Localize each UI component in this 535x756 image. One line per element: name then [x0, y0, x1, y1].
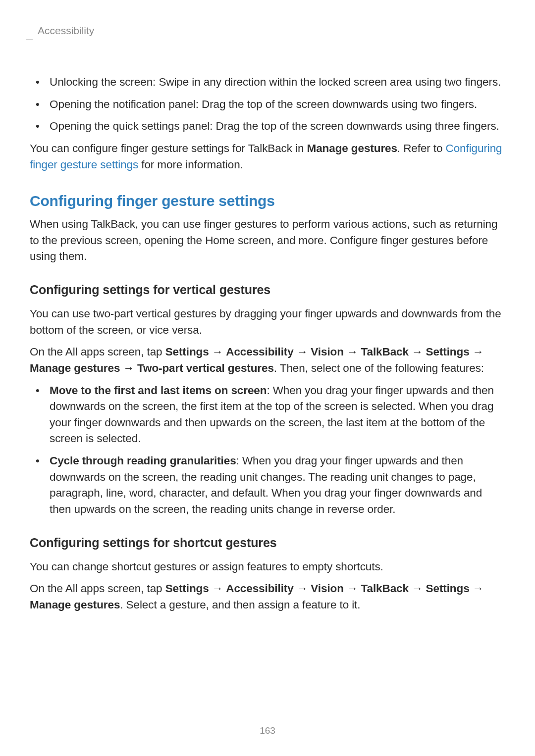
page-header: Accessibility — [26, 25, 505, 40]
top-bullet-list: Unlocking the screen: Swipe in any direc… — [30, 74, 505, 135]
sub1-bullet-list: Move to the first and last items on scre… — [30, 383, 505, 518]
list-item: Move to the first and last items on scre… — [30, 383, 505, 448]
arrow-icon: → — [347, 582, 358, 595]
section-heading: Configuring finger gesture settings — [30, 193, 505, 209]
sub2-intro: You can change shortcut gestures or assi… — [30, 559, 505, 575]
path-step: TalkBack — [361, 346, 409, 358]
arrow-icon: → — [412, 582, 423, 595]
bold-run: Cycle through reading granularities — [50, 454, 236, 467]
text-run: for more information. — [138, 158, 243, 171]
text-run: . Refer to — [397, 142, 446, 154]
arrow-icon: → — [412, 346, 423, 358]
arrow-icon: → — [212, 582, 223, 595]
path-step: Accessibility — [226, 582, 293, 595]
arrow-icon: → — [297, 582, 308, 595]
path-step: Settings — [165, 346, 209, 358]
path-step: TalkBack — [361, 582, 409, 595]
page-number: 163 — [0, 725, 535, 736]
list-item: Opening the notification panel: Drag the… — [30, 97, 505, 113]
text-run: On the All apps screen, tap — [30, 582, 165, 595]
sub2-path: On the All apps screen, tap Settings → A… — [30, 581, 505, 613]
bold-run: Manage gestures — [307, 142, 397, 154]
path-step: Settings — [426, 582, 470, 595]
subsection-heading-vertical: Configuring settings for vertical gestur… — [30, 283, 505, 297]
page-content: Accessibility Unlocking the screen: Swip… — [0, 0, 535, 613]
arrow-icon: → — [347, 346, 358, 358]
arrow-icon: → — [473, 582, 483, 595]
bold-run: Move to the first and last items on scre… — [50, 384, 267, 397]
text-run: On the All apps screen, tap — [30, 346, 165, 358]
list-item: Opening the quick settings panel: Drag t… — [30, 118, 505, 135]
header-title: Accessibility — [38, 25, 94, 37]
path-step: Two-part vertical gestures — [137, 362, 274, 374]
text-run: . Then, select one of the following feat… — [274, 362, 484, 374]
header-ornament-icon — [26, 25, 33, 40]
text-run: You can configure finger gesture setting… — [30, 142, 307, 154]
path-step: Settings — [165, 582, 209, 595]
top-paragraph: You can configure finger gesture setting… — [30, 141, 505, 173]
path-step: Vision — [311, 346, 344, 358]
list-item: Unlocking the screen: Swipe in any direc… — [30, 74, 505, 91]
list-item: Cycle through reading granularities: Whe… — [30, 453, 505, 518]
subsection-heading-shortcut: Configuring settings for shortcut gestur… — [30, 536, 505, 550]
sub1-path: On the All apps screen, tap Settings → A… — [30, 344, 505, 376]
section-intro: When using TalkBack, you can use finger … — [30, 216, 505, 265]
path-step: Manage gestures — [30, 362, 120, 374]
arrow-icon: → — [473, 346, 483, 358]
path-step: Accessibility — [226, 346, 293, 358]
arrow-icon: → — [123, 362, 134, 374]
path-step: Manage gestures — [30, 599, 120, 611]
sub1-intro: You can use two-part vertical gestures b… — [30, 306, 505, 338]
arrow-icon: → — [212, 346, 223, 358]
arrow-icon: → — [297, 346, 308, 358]
path-step: Vision — [311, 582, 344, 595]
text-run: . Select a gesture, and then assign a fe… — [120, 599, 360, 611]
path-step: Settings — [426, 346, 470, 358]
